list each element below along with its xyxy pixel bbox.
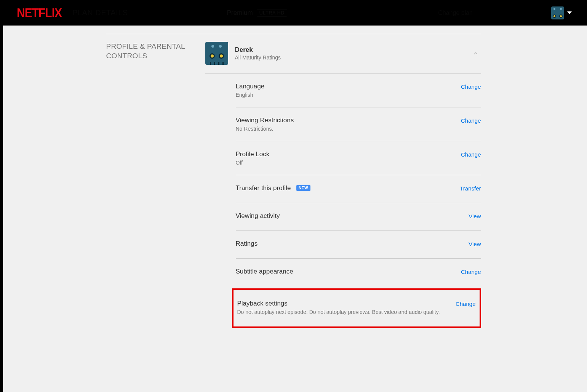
- row-viewing-activity: Viewing activity View: [236, 203, 481, 231]
- playback-title: Playback settings: [237, 300, 440, 307]
- change-plan-link[interactable]: Change plan: [438, 10, 473, 16]
- subtitle-title: Subtitle appearance: [236, 268, 293, 275]
- restrictions-change-link[interactable]: Change: [461, 117, 481, 124]
- plan-details-label: PLAN DETAILS: [72, 8, 128, 17]
- playback-sub: Do not autoplay next episode. Do not aut…: [237, 309, 440, 315]
- chevron-up-icon[interactable]: [473, 50, 479, 56]
- language-change-link[interactable]: Change: [461, 83, 481, 90]
- page-content: PROFILE & PARENTAL CONTROLS Derek All Ma…: [106, 34, 481, 328]
- profile-lock-change-link[interactable]: Change: [461, 151, 481, 158]
- profile-name: Derek: [235, 46, 281, 54]
- new-badge: NEW: [296, 185, 310, 191]
- transfer-link[interactable]: Transfer: [460, 185, 481, 192]
- ratings-view-link[interactable]: View: [469, 241, 481, 247]
- plan-details-dimmed: PLAN DETAILS Premium ULTRA HD: [72, 8, 287, 17]
- row-viewing-restrictions: Viewing Restrictions No Restrictions. Ch…: [236, 107, 481, 141]
- profile-avatar-icon: [205, 42, 228, 65]
- activity-title: Viewing activity: [236, 212, 280, 220]
- profile-maturity: All Maturity Ratings: [235, 54, 281, 61]
- row-transfer-profile: Transfer this profile NEW Transfer: [236, 175, 481, 203]
- activity-view-link[interactable]: View: [469, 213, 481, 219]
- row-subtitle-appearance: Subtitle appearance Change: [236, 259, 481, 286]
- ultra-hd-badge: ULTRA HD: [257, 9, 287, 17]
- language-value: English: [236, 92, 265, 98]
- row-ratings: Ratings View: [236, 231, 481, 259]
- plan-tier: Premium: [227, 9, 253, 17]
- profile-lock-value: Off: [236, 160, 270, 166]
- caret-down-icon: [567, 11, 572, 14]
- profile-header-row[interactable]: Derek All Maturity Ratings: [205, 40, 481, 74]
- playback-highlight-box: Playback settings Do not autoplay next e…: [232, 288, 481, 328]
- account-avatar-icon: [551, 6, 564, 19]
- row-language: Language English Change: [236, 74, 481, 107]
- account-menu[interactable]: [551, 6, 572, 19]
- transfer-title: Transfer this profile: [236, 184, 291, 192]
- netflix-logo[interactable]: NETFLIX: [17, 6, 62, 20]
- playback-change-link[interactable]: Change: [456, 301, 476, 307]
- left-edge-strip: [0, 0, 3, 328]
- subtitle-change-link[interactable]: Change: [461, 269, 481, 275]
- section-heading: PROFILE & PARENTAL CONTROLS: [106, 40, 205, 328]
- row-playback-settings: Playback settings Do not autoplay next e…: [237, 290, 476, 326]
- restrictions-value: No Restrictions.: [236, 126, 294, 132]
- restrictions-title: Viewing Restrictions: [236, 117, 294, 124]
- topbar: NETFLIX PLAN DETAILS Premium ULTRA HD Ch…: [0, 0, 587, 26]
- language-title: Language: [236, 83, 265, 90]
- ratings-title: Ratings: [236, 240, 258, 248]
- row-profile-lock: Profile Lock Off Change: [236, 141, 481, 175]
- profile-lock-title: Profile Lock: [236, 150, 270, 158]
